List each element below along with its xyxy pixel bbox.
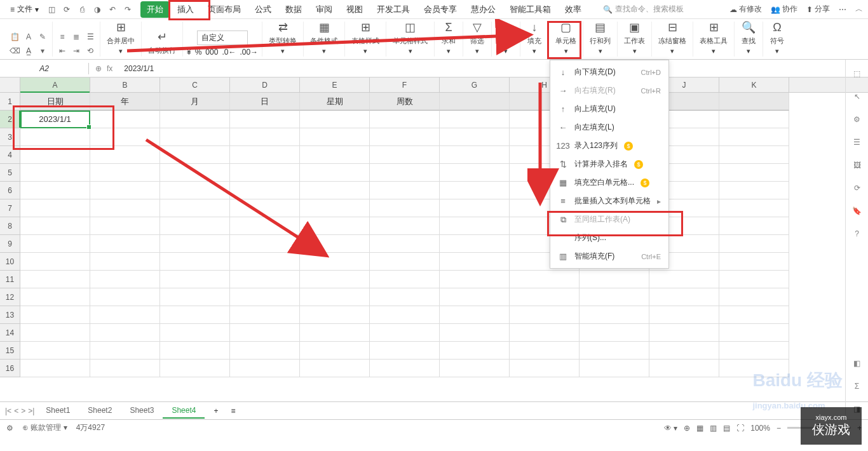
tab-layout[interactable]: 页面布局 bbox=[201, 1, 247, 18]
cell-B13[interactable] bbox=[90, 306, 160, 324]
cell-G3[interactable] bbox=[440, 128, 510, 146]
sheet-nav-first[interactable]: |< bbox=[5, 407, 11, 415]
cell-C2[interactable] bbox=[160, 111, 230, 128]
row-header-2[interactable]: 2 bbox=[0, 111, 20, 128]
cell-D11[interactable] bbox=[230, 271, 300, 288]
cell-F10[interactable] bbox=[370, 253, 440, 271]
header-cell[interactable]: 星期 bbox=[300, 93, 370, 111]
tab-hui[interactable]: 慧办公 bbox=[465, 1, 502, 18]
col-header-A[interactable]: A bbox=[20, 77, 90, 92]
sheet-nav-last[interactable]: >| bbox=[28, 407, 34, 415]
row-header-4[interactable]: 4 bbox=[0, 146, 20, 164]
header-cell[interactable]: 周数 bbox=[370, 93, 440, 111]
merge-button[interactable]: ⊞合并居中▾ bbox=[104, 18, 137, 57]
cell-E11[interactable] bbox=[300, 271, 370, 288]
freeze-button[interactable]: ⊟冻结窗格▾ bbox=[656, 18, 689, 57]
cell-K16[interactable] bbox=[719, 360, 789, 377]
cell-D5[interactable] bbox=[230, 164, 300, 182]
cell-F4[interactable] bbox=[370, 146, 440, 164]
sp-help-icon[interactable]: ? bbox=[851, 227, 864, 240]
cell-G16[interactable] bbox=[440, 360, 510, 377]
cell-G8[interactable] bbox=[440, 217, 510, 235]
cell-K4[interactable] bbox=[719, 146, 789, 164]
cell-B2[interactable] bbox=[90, 111, 160, 128]
cell-H13[interactable] bbox=[510, 306, 580, 324]
cell-J11[interactable] bbox=[649, 271, 719, 288]
redo-icon[interactable]: ↷ bbox=[123, 4, 133, 15]
sp-cursor-icon[interactable]: ↖ bbox=[851, 90, 864, 103]
command-search[interactable]: 🔍 查找命令、搜索模板 bbox=[603, 4, 684, 15]
sp-tool1-icon[interactable]: ◧ bbox=[851, 357, 864, 370]
sheet-nav-prev[interactable]: < bbox=[14, 407, 18, 415]
cell-F5[interactable] bbox=[370, 164, 440, 182]
tab-member[interactable]: 会员专享 bbox=[417, 1, 463, 18]
align-center-icon[interactable]: ≣ bbox=[71, 31, 82, 43]
cell-I12[interactable] bbox=[580, 288, 649, 306]
cell-C3[interactable] bbox=[160, 128, 230, 146]
cell-D6[interactable] bbox=[230, 182, 300, 199]
header-cell[interactable]: 年 bbox=[90, 93, 160, 111]
cell-E3[interactable] bbox=[300, 128, 370, 146]
cell-A15[interactable] bbox=[20, 342, 90, 360]
cell-K13[interactable] bbox=[719, 306, 789, 324]
cell-J15[interactable] bbox=[649, 342, 719, 360]
cell-E15[interactable] bbox=[300, 342, 370, 360]
cell-B4[interactable] bbox=[90, 146, 160, 164]
cell-A9[interactable] bbox=[20, 235, 90, 253]
col-header-B[interactable]: B bbox=[90, 77, 160, 92]
account-link[interactable]: ⊕ 账款管理 ▾ bbox=[22, 422, 67, 433]
fill-menu-item[interactable]: ▥智能填充(F)Ctrl+E bbox=[550, 247, 668, 266]
cell-B12[interactable] bbox=[90, 288, 160, 306]
cell-A5[interactable] bbox=[20, 164, 90, 182]
cell-B10[interactable] bbox=[90, 253, 160, 271]
cell-B11[interactable] bbox=[90, 271, 160, 288]
autowrap-button[interactable]: ↵自动换行 bbox=[146, 28, 179, 57]
cell-D2[interactable] bbox=[230, 111, 300, 128]
cond-format-button[interactable]: ▦条件格式▾ bbox=[308, 18, 341, 57]
cell-J16[interactable] bbox=[649, 360, 719, 377]
paste-icon[interactable]: 📋 bbox=[9, 31, 20, 43]
row-header-8[interactable]: 8 bbox=[0, 217, 20, 235]
cell-D10[interactable] bbox=[230, 253, 300, 271]
cell-E8[interactable] bbox=[300, 217, 370, 235]
cell-A6[interactable] bbox=[20, 182, 90, 199]
cell-H14[interactable] bbox=[510, 324, 580, 342]
col-header-F[interactable]: F bbox=[370, 77, 440, 92]
cell-G10[interactable] bbox=[440, 253, 510, 271]
fill-menu-item[interactable]: ⇅计算并录入排名$ bbox=[550, 155, 668, 173]
cell-A3[interactable] bbox=[20, 128, 90, 146]
view-normal-icon[interactable]: ▦ bbox=[696, 424, 703, 433]
cell-D8[interactable] bbox=[230, 217, 300, 235]
cell-C9[interactable] bbox=[160, 235, 230, 253]
brush-icon[interactable]: ✎ bbox=[37, 31, 48, 43]
header-cell[interactable]: 日期 bbox=[20, 93, 90, 111]
cell-E4[interactable] bbox=[300, 146, 370, 164]
font-size-icon[interactable]: A̲ bbox=[23, 45, 34, 57]
indent-inc-icon[interactable]: ⇥ bbox=[71, 45, 82, 57]
tab-efficiency[interactable]: 效率 bbox=[559, 1, 588, 18]
row-header-6[interactable]: 6 bbox=[0, 182, 20, 199]
cell-style-button[interactable]: ◫单元格样式▾ bbox=[390, 18, 430, 57]
tab-start[interactable]: 开始 bbox=[140, 1, 170, 18]
sheet-tab-Sheet3[interactable]: Sheet3 bbox=[121, 403, 163, 419]
share-button[interactable]: ⬆ 分享 bbox=[806, 4, 830, 15]
cell-button[interactable]: ▢单元格▾ bbox=[553, 18, 579, 57]
sp-select-icon[interactable]: ⬚ bbox=[851, 67, 864, 80]
header-cell[interactable]: 月 bbox=[160, 93, 230, 111]
cell-I16[interactable] bbox=[580, 360, 649, 377]
tab-formula[interactable]: 公式 bbox=[248, 1, 278, 18]
cell-E2[interactable] bbox=[300, 111, 370, 128]
cell-C16[interactable] bbox=[160, 360, 230, 377]
cell-A8[interactable] bbox=[20, 217, 90, 235]
cell-C11[interactable] bbox=[160, 271, 230, 288]
row-header-3[interactable]: 3 bbox=[0, 128, 20, 146]
sheet-button[interactable]: ▣工作表▾ bbox=[621, 18, 648, 57]
cell-B14[interactable] bbox=[90, 324, 160, 342]
cell-A10[interactable] bbox=[20, 253, 90, 271]
sheet-tab-Sheet4[interactable]: Sheet4 bbox=[163, 403, 205, 419]
sp-image-icon[interactable]: 🖼 bbox=[851, 159, 864, 172]
cell-J12[interactable] bbox=[649, 288, 719, 306]
cell-G6[interactable] bbox=[440, 182, 510, 199]
cell-F16[interactable] bbox=[370, 360, 440, 377]
cell-K15[interactable] bbox=[719, 342, 789, 360]
